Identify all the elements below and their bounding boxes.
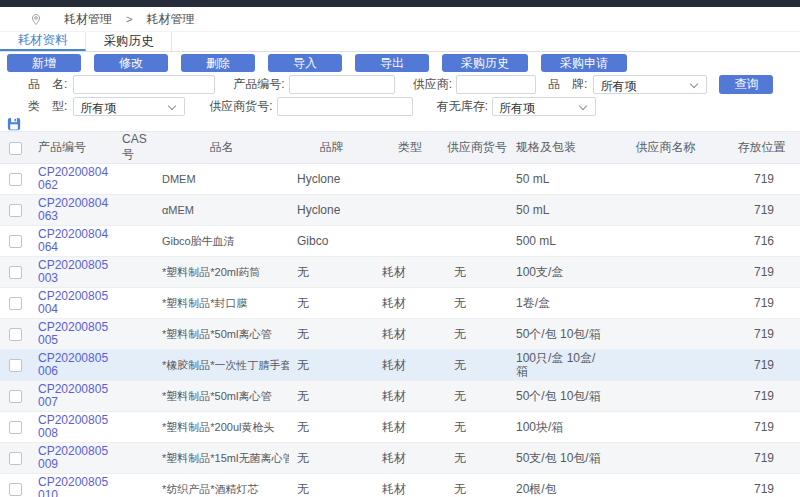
table-row[interactable]: CP20200805010*纺织产品*酒精灯芯无耗材无20根/包719: [0, 474, 800, 497]
brand-select[interactable]: 所有项: [593, 75, 707, 94]
cell-supp-name: [608, 195, 723, 226]
cell-spec: 100只/盒 10盒/箱: [508, 350, 608, 381]
row-checkbox[interactable]: [9, 390, 22, 403]
row-checkbox[interactable]: [9, 421, 22, 434]
search-button[interactable]: 查询: [719, 75, 773, 94]
supplier-filter-input[interactable]: [456, 75, 536, 94]
cell-location: 719: [723, 474, 800, 497]
product-code-link[interactable]: CP20200804064: [38, 228, 108, 254]
col-header-supplier-no[interactable]: 供应商货号: [446, 132, 508, 164]
cell-supp-name: [608, 443, 723, 474]
cell-supp-no: 无: [446, 443, 508, 474]
row-checkbox[interactable]: [9, 328, 22, 341]
table-row[interactable]: CP20200805003*塑料制品*20ml药筒无耗材无100支/盒719: [0, 257, 800, 288]
cell-supp-name: [608, 381, 723, 412]
row-checkbox[interactable]: [9, 204, 22, 217]
cell-cas: [118, 164, 154, 195]
stock-select-value: 所有项: [499, 101, 535, 115]
product-code-link[interactable]: CP20200805008: [38, 414, 108, 440]
product-code-link[interactable]: CP20200804062: [38, 166, 108, 192]
export-button[interactable]: 导出: [355, 54, 429, 72]
col-header-spec[interactable]: 规格及包装: [508, 132, 608, 164]
stock-select[interactable]: 所有项: [492, 97, 596, 116]
product-code-link[interactable]: CP20200804063: [38, 197, 108, 223]
cell-name: *橡胶制品*一次性丁腈手套: [154, 350, 289, 381]
type-select-value: 所有项: [80, 101, 116, 115]
col-header-location[interactable]: 存放位置: [723, 132, 800, 164]
type-select[interactable]: 所有项: [73, 97, 185, 116]
cell-location: 716: [723, 226, 800, 257]
table-row[interactable]: CP20200804062DMEMHyclone50 mL719: [0, 164, 800, 195]
delete-button[interactable]: 删除: [181, 54, 255, 72]
select-all-checkbox[interactable]: [9, 142, 22, 155]
product-code-link[interactable]: CP20200805003: [38, 259, 108, 285]
purchase-history-button[interactable]: 采购历史: [442, 54, 528, 72]
col-header-brand[interactable]: 品牌: [289, 132, 374, 164]
cell-supp-no: 无: [446, 257, 508, 288]
col-header-cas[interactable]: CAS号: [118, 132, 154, 164]
cell-supp-name: [608, 288, 723, 319]
row-checkbox[interactable]: [9, 173, 22, 186]
save-layout-icon[interactable]: [7, 117, 21, 131]
row-checkbox[interactable]: [9, 266, 22, 279]
cell-cas: [118, 257, 154, 288]
filter-row-2: 类 型: 所有项 供应商货号: 有无库存: 所有项: [0, 97, 800, 116]
table-body: CP20200804062DMEMHyclone50 mL719CP202008…: [0, 164, 800, 497]
edit-button[interactable]: 修改: [94, 54, 168, 72]
tab-purchase-history[interactable]: 采购历史: [86, 32, 172, 51]
row-checkbox[interactable]: [9, 452, 22, 465]
table-row[interactable]: CP20200805007*塑料制品*50ml离心管无耗材无50个/包 10包/…: [0, 381, 800, 412]
cell-spec: 1卷/盒: [508, 288, 608, 319]
cell-type: 耗材: [374, 257, 446, 288]
cell-supp-name: [608, 319, 723, 350]
table-row[interactable]: CP20200805008*塑料制品*200ul黄枪头无耗材无100块/箱719: [0, 412, 800, 443]
product-no-filter-label: 产品编号:: [233, 76, 284, 93]
product-code-link[interactable]: CP20200805006: [38, 352, 108, 378]
table-row[interactable]: CP20200805009*塑料制品*15ml无菌离心管无耗材无50支/包 10…: [0, 443, 800, 474]
product-no-filter-input[interactable]: [289, 75, 395, 94]
row-checkbox[interactable]: [9, 483, 22, 496]
cell-spec: 500 mL: [508, 226, 608, 257]
col-header-product-no[interactable]: 产品编号: [30, 132, 118, 164]
cell-brand: 无: [289, 288, 374, 319]
product-code-link[interactable]: CP20200805009: [38, 445, 108, 471]
location-pin-icon: [30, 13, 42, 26]
product-code-link[interactable]: CP20200805007: [38, 383, 108, 409]
row-checkbox[interactable]: [9, 235, 22, 248]
cell-type: [374, 226, 446, 257]
product-code-link[interactable]: CP20200805005: [38, 321, 108, 347]
cell-supp-name: [608, 474, 723, 497]
breadcrumb-section[interactable]: 耗材管理: [64, 11, 112, 28]
cell-cas: [118, 443, 154, 474]
table-row[interactable]: CP20200805006*橡胶制品*一次性丁腈手套无耗材无100只/盒 10盒…: [0, 350, 800, 381]
cell-name: *塑料制品*封口膜: [154, 288, 289, 319]
name-filter-input[interactable]: [73, 75, 215, 94]
cell-type: [374, 164, 446, 195]
cell-location: 719: [723, 350, 800, 381]
cell-supp-no: [446, 226, 508, 257]
add-button[interactable]: 新增: [7, 54, 81, 72]
import-button[interactable]: 导入: [268, 54, 342, 72]
col-header-supplier-name[interactable]: 供应商名称: [608, 132, 723, 164]
cell-brand: Gibco: [289, 226, 374, 257]
cell-name: Gibco胎牛血清: [154, 226, 289, 257]
product-code-link[interactable]: CP20200805010: [38, 476, 108, 497]
filter-row-1: 品 名: 产品编号: 供应商: 品 牌: 所有项 查询: [0, 75, 800, 94]
supplier-no-filter-input[interactable]: [277, 97, 413, 116]
col-header-type[interactable]: 类型: [374, 132, 446, 164]
cell-cas: [118, 474, 154, 497]
table-row[interactable]: CP20200804063αMEMHyclone50 mL719: [0, 195, 800, 226]
cell-spec: 50 mL: [508, 164, 608, 195]
product-code-link[interactable]: CP20200805004: [38, 290, 108, 316]
row-checkbox[interactable]: [9, 297, 22, 310]
tab-consumable-data[interactable]: 耗材资料: [0, 32, 86, 51]
col-header-name[interactable]: 品名: [154, 132, 289, 164]
table-row[interactable]: CP20200805004*塑料制品*封口膜无耗材无1卷/盒719: [0, 288, 800, 319]
cell-type: [374, 195, 446, 226]
table-row[interactable]: CP20200805005*塑料制品*50ml离心管无耗材无50个/包 10包/…: [0, 319, 800, 350]
chevron-down-icon: [579, 102, 587, 110]
purchase-request-button[interactable]: 采购申请: [541, 54, 627, 72]
cell-name: *纺织产品*酒精灯芯: [154, 474, 289, 497]
row-checkbox[interactable]: [9, 359, 22, 372]
table-row[interactable]: CP20200804064Gibco胎牛血清Gibco500 mL716: [0, 226, 800, 257]
